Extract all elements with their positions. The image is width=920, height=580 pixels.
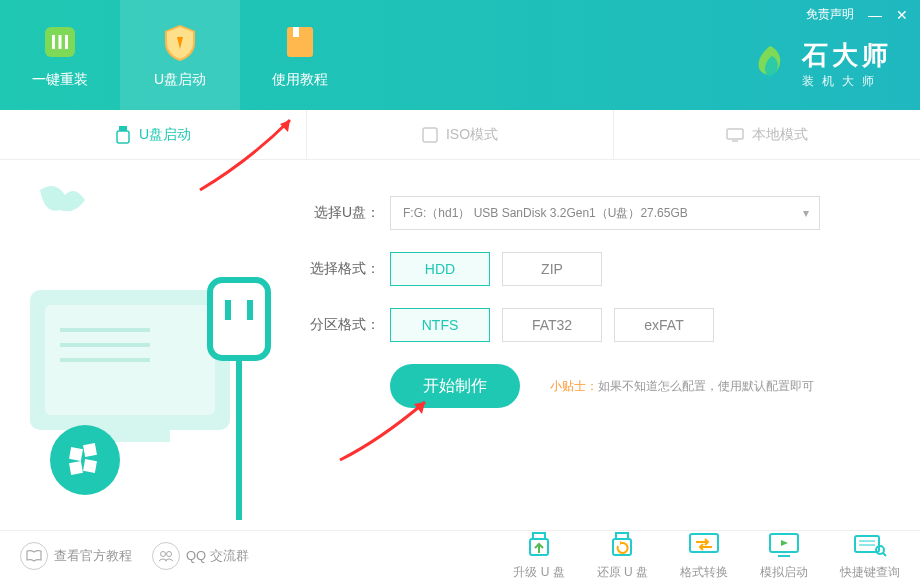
svg-rect-21 — [83, 459, 97, 473]
format-label: 选择格式： — [300, 260, 380, 278]
svg-rect-7 — [117, 131, 129, 143]
tool-hotkey-lookup[interactable]: 快捷键查询 — [840, 530, 900, 580]
svg-rect-20 — [69, 461, 83, 475]
people-icon — [152, 542, 180, 570]
tool-restore-usb[interactable]: 还原 U 盘 — [597, 530, 648, 580]
logo-subtitle: 装机大师 — [802, 73, 892, 90]
disk-select[interactable]: F:G:（hd1） USB SanDisk 3.2Gen1（U盘）27.65GB… — [390, 196, 820, 230]
book-icon — [279, 21, 321, 63]
svg-rect-1 — [52, 35, 55, 49]
svg-rect-9 — [727, 129, 743, 139]
tool-upgrade-usb[interactable]: 升级 U 盘 — [513, 530, 564, 580]
svg-point-26 — [161, 551, 166, 556]
format-option-hdd[interactable]: HDD — [390, 252, 490, 286]
partition-option-ntfs[interactable]: NTFS — [390, 308, 490, 342]
illustration — [0, 160, 300, 530]
qq-label: QQ 交流群 — [186, 547, 249, 565]
svg-rect-3 — [65, 35, 68, 49]
qq-group-link[interactable]: QQ 交流群 — [152, 542, 249, 570]
mode-tabs: U盘启动 ISO模式 本地模式 — [0, 110, 920, 160]
reinstall-icon — [39, 21, 81, 63]
keyboard-search-icon — [852, 530, 888, 560]
partition-option-fat32[interactable]: FAT32 — [502, 308, 602, 342]
tab-local-mode[interactable]: 本地模式 — [614, 110, 920, 159]
convert-icon — [686, 530, 722, 560]
tip-text: 小贴士：如果不知道怎么配置，使用默认配置即可 — [550, 378, 814, 395]
nav-tutorial[interactable]: 使用教程 — [240, 0, 360, 110]
svg-rect-4 — [287, 27, 313, 57]
monitor-icon — [726, 128, 744, 142]
tab-label: 本地模式 — [752, 126, 808, 144]
tab-usb-boot[interactable]: U盘启动 — [0, 110, 307, 159]
tip-label: 小贴士： — [550, 379, 598, 393]
svg-line-39 — [883, 553, 886, 556]
usb-icon — [115, 126, 131, 144]
tool-label: 还原 U 盘 — [597, 564, 648, 580]
svg-rect-18 — [69, 447, 83, 461]
tool-label: 快捷键查询 — [840, 564, 900, 580]
tool-label: 格式转换 — [680, 564, 728, 580]
tool-label: 升级 U 盘 — [513, 564, 564, 580]
svg-rect-8 — [423, 128, 437, 142]
svg-rect-22 — [210, 280, 268, 358]
logo-title: 石大师 — [802, 38, 892, 73]
disk-label: 选择U盘： — [300, 204, 380, 222]
partition-label: 分区格式： — [300, 316, 380, 334]
disclaimer-link[interactable]: 免责声明 — [806, 6, 854, 23]
format-option-zip[interactable]: ZIP — [502, 252, 602, 286]
tool-format-convert[interactable]: 格式转换 — [680, 530, 728, 580]
tutorial-label: 查看官方教程 — [54, 547, 132, 565]
tutorial-link[interactable]: 查看官方教程 — [20, 542, 132, 570]
chevron-down-icon: ▾ — [803, 206, 809, 220]
nav-usb-boot[interactable]: U盘启动 — [120, 0, 240, 110]
tab-iso-mode[interactable]: ISO模式 — [307, 110, 614, 159]
nav-label: 使用教程 — [272, 71, 328, 89]
tab-label: ISO模式 — [446, 126, 498, 144]
svg-rect-2 — [59, 35, 62, 49]
tool-simulate-boot[interactable]: 模拟启动 — [760, 530, 808, 580]
usb-shield-icon — [159, 21, 201, 63]
nav-reinstall[interactable]: 一键重装 — [0, 0, 120, 110]
bottom-bar: 查看官方教程 QQ 交流群 升级 U 盘 还原 U 盘 格式转换 模拟启动 快 — [0, 530, 920, 580]
nav-label: 一键重装 — [32, 71, 88, 89]
nav-label: U盘启动 — [154, 71, 206, 89]
disk-value: F:G:（hd1） USB SanDisk 3.2Gen1（U盘）27.65GB — [403, 205, 688, 222]
svg-rect-19 — [83, 443, 97, 457]
start-button[interactable]: 开始制作 — [390, 364, 520, 408]
close-button[interactable]: ✕ — [896, 8, 908, 22]
svg-rect-5 — [293, 27, 299, 37]
iso-icon — [422, 127, 438, 143]
partition-option-exfat[interactable]: exFAT — [614, 308, 714, 342]
book-open-icon — [20, 542, 48, 570]
usb-restore-icon — [604, 530, 640, 560]
play-monitor-icon — [766, 530, 802, 560]
logo-icon — [750, 44, 790, 84]
header: 免责声明 — ✕ 一键重装 U盘启动 使用教程 石大师 装机大师 — [0, 0, 920, 110]
minimize-button[interactable]: — — [868, 8, 882, 22]
tool-label: 模拟启动 — [760, 564, 808, 580]
tab-label: U盘启动 — [139, 126, 191, 144]
usb-up-icon — [521, 530, 557, 560]
svg-point-27 — [167, 551, 172, 556]
